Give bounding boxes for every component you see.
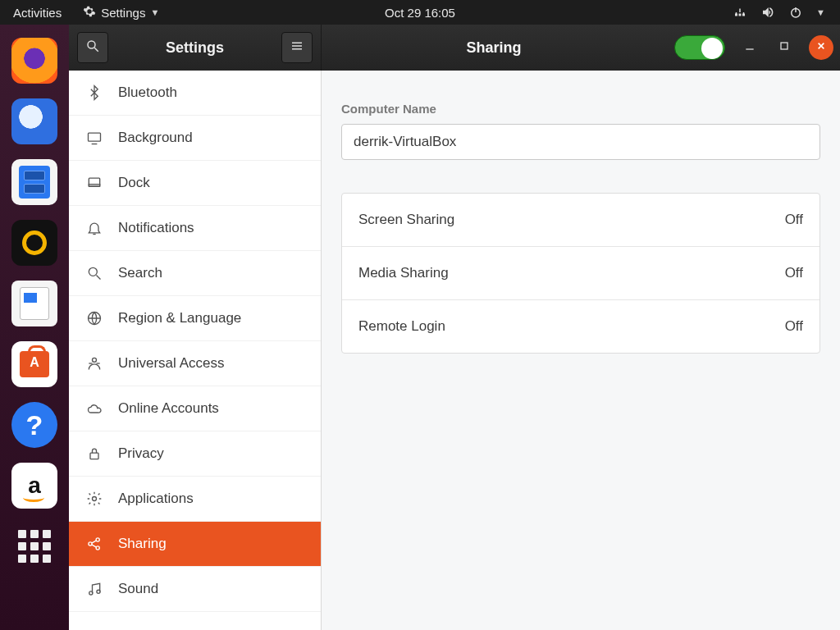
dock-app-firefox[interactable] [11, 38, 57, 84]
sidebar-item-label: Sharing [118, 536, 167, 552]
pane-title: Sharing [328, 39, 660, 57]
settings-sidebar: BluetoothBackgroundDockNotificationsSear… [69, 71, 322, 630]
gear-icon [83, 5, 96, 21]
dock-app-thunderbird[interactable] [11, 98, 57, 144]
minimize-button[interactable] [740, 38, 760, 57]
sidebar-item-region[interactable]: Region & Language [69, 296, 321, 341]
svg-line-3 [94, 48, 98, 52]
activities-button[interactable]: Activities [0, 6, 75, 20]
hamburger-button[interactable] [281, 32, 313, 63]
svg-point-19 [93, 358, 97, 362]
svg-rect-8 [781, 43, 788, 49]
hamburger-icon [290, 39, 304, 57]
dock-app-files[interactable] [11, 159, 57, 205]
sidebar-item-background[interactable]: Background [69, 116, 321, 161]
svg-point-23 [93, 497, 97, 501]
chevron-down-icon: ▼ [150, 7, 159, 17]
share-icon [85, 536, 103, 552]
sidebar-item-bluetooth[interactable]: Bluetooth [69, 71, 321, 116]
minimize-icon [743, 39, 756, 56]
lock-icon [85, 445, 103, 462]
dock-app-writer[interactable] [11, 281, 57, 326]
sidebar-item-label: Notifications [118, 220, 194, 236]
sidebar-item-label: Region & Language [118, 310, 241, 326]
headerbar: Settings Sharing [69, 25, 840, 71]
app-menu[interactable]: Settings ▼ [75, 5, 167, 21]
option-label: Remote Login [358, 318, 445, 335]
computer-name-label: Computer Name [341, 102, 820, 116]
search-icon [85, 39, 100, 57]
settings-window: Settings Sharing BluetoothBackgroundDock… [69, 25, 840, 630]
sidebar-item-label: Dock [118, 175, 150, 191]
clock[interactable]: Oct 29 16:05 [385, 6, 455, 20]
sharing-master-toggle[interactable] [674, 35, 725, 60]
dock-app-help[interactable]: ? [11, 402, 57, 448]
sidebar-item-label: Bluetooth [118, 84, 177, 101]
sidebar-item-sound[interactable]: Sound [69, 567, 321, 612]
option-state: Off [785, 318, 803, 335]
globe-icon [85, 310, 103, 326]
cloud-icon [85, 400, 103, 417]
svg-rect-11 [89, 133, 101, 141]
network-icon [733, 5, 747, 20]
svg-point-2 [88, 41, 95, 48]
option-state: Off [785, 265, 803, 281]
volume-icon [760, 5, 775, 20]
sidebar-item-apps[interactable]: Applications [69, 477, 321, 522]
dock-app-amazon[interactable]: a [11, 463, 57, 509]
sidebar-item-search[interactable]: Search [69, 251, 321, 296]
bell-icon [85, 220, 103, 236]
search-icon [85, 265, 103, 281]
option-label: Screen Sharing [358, 212, 454, 228]
close-icon [815, 39, 828, 56]
svg-line-28 [92, 545, 97, 547]
music-icon [85, 581, 103, 597]
sidebar-item-label: Universal Access [118, 355, 224, 372]
computer-name-input[interactable] [341, 124, 820, 160]
sidebar-title: Settings [116, 39, 273, 57]
sharing-panel: Computer Name Screen SharingOffMedia Sha… [322, 71, 840, 630]
sidebar-item-online[interactable]: Online Accounts [69, 386, 321, 431]
svg-rect-22 [90, 453, 98, 459]
maximize-icon [778, 39, 791, 56]
search-button[interactable] [77, 32, 108, 63]
dock-show-apps[interactable] [11, 523, 57, 569]
sharing-option-remote-login[interactable]: Remote LoginOff [342, 299, 819, 353]
launcher-dock: ? a [0, 25, 69, 630]
svg-rect-13 [89, 178, 99, 186]
dock-app-rhythmbox[interactable] [11, 220, 57, 266]
sidebar-item-label: Applications [118, 491, 194, 507]
chevron-down-icon: ▼ [816, 7, 825, 17]
svg-rect-14 [89, 185, 99, 187]
person-icon [85, 355, 103, 372]
option-state: Off [785, 212, 803, 228]
sidebar-item-label: Background [118, 130, 193, 146]
display-icon [85, 130, 103, 146]
sidebar-item-label: Sound [118, 581, 158, 597]
sidebar-item-dock[interactable]: Dock [69, 161, 321, 206]
dock-app-software[interactable] [11, 341, 57, 387]
svg-point-30 [97, 590, 100, 593]
app-menu-label: Settings [101, 6, 145, 20]
option-label: Media Sharing [358, 265, 449, 281]
gnome-topbar: Activities Settings ▼ Oct 29 16:05 ▼ [0, 0, 840, 25]
gear-icon [85, 491, 103, 507]
sidebar-item-ua[interactable]: Universal Access [69, 341, 321, 386]
power-icon [788, 5, 803, 20]
sidebar-item-sharing[interactable]: Sharing [69, 522, 321, 567]
dock-icon [85, 175, 103, 191]
sharing-option-media-sharing[interactable]: Media SharingOff [342, 246, 819, 299]
svg-line-17 [97, 276, 101, 280]
sidebar-item-notifications[interactable]: Notifications [69, 206, 321, 251]
svg-line-27 [92, 541, 97, 543]
sidebar-item-label: Search [118, 265, 162, 281]
maximize-button[interactable] [774, 38, 794, 57]
svg-point-16 [89, 267, 97, 276]
sharing-options-list: Screen SharingOffMedia SharingOffRemote … [341, 193, 820, 354]
system-tray[interactable]: ▼ [718, 5, 840, 20]
sidebar-item-privacy[interactable]: Privacy [69, 431, 321, 477]
close-button[interactable] [809, 35, 833, 60]
sharing-option-screen-sharing[interactable]: Screen SharingOff [342, 194, 819, 246]
sidebar-item-label: Online Accounts [118, 400, 219, 417]
svg-point-29 [89, 591, 93, 595]
